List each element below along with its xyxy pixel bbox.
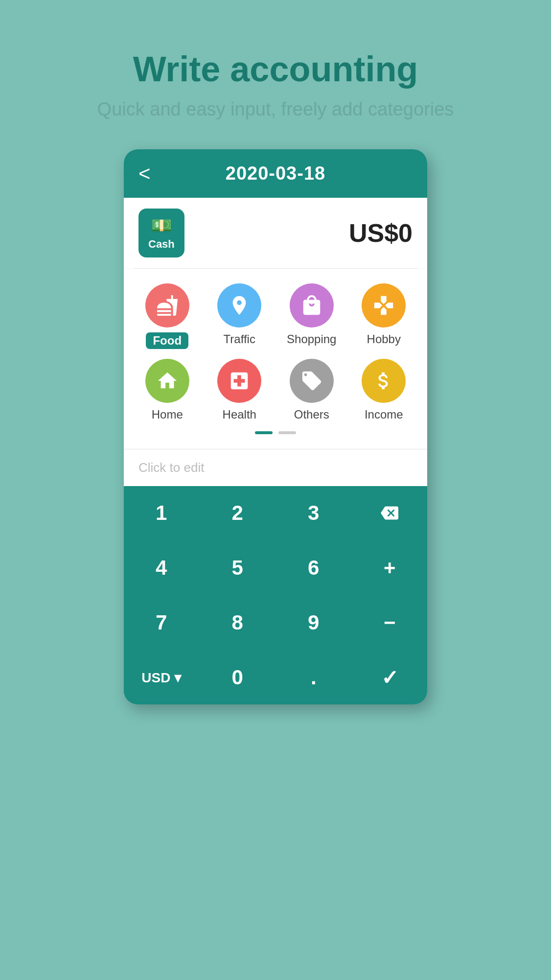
income-label: Income <box>365 408 403 421</box>
category-home[interactable]: Home <box>134 359 201 421</box>
key-7[interactable]: 7 <box>124 596 199 650</box>
shopping-label: Shopping <box>287 332 336 346</box>
page-subtitle: Quick and easy input, freely add categor… <box>97 99 454 120</box>
note-placeholder: Click to edit <box>138 460 204 475</box>
key-minus[interactable]: − <box>352 596 428 650</box>
pagination <box>134 431 417 434</box>
back-button[interactable]: < <box>138 162 151 186</box>
category-food[interactable]: Food <box>134 283 201 349</box>
key-2[interactable]: 2 <box>200 486 276 540</box>
key-3[interactable]: 3 <box>276 486 351 540</box>
header-date: 2020-03-18 <box>226 163 325 184</box>
key-confirm[interactable]: ✓ <box>352 651 428 704</box>
home-icon-circle <box>145 359 189 403</box>
category-income[interactable]: Income <box>350 359 418 421</box>
key-backspace[interactable] <box>352 486 428 540</box>
category-hobby[interactable]: Hobby <box>350 283 418 349</box>
key-usd[interactable]: USD ▾ <box>124 651 199 704</box>
key-8[interactable]: 8 <box>200 596 276 650</box>
category-traffic[interactable]: Traffic <box>206 283 274 349</box>
dot-1 <box>255 431 273 434</box>
hobby-label: Hobby <box>367 332 401 346</box>
categories-grid: Food Traffic Shopping H <box>134 283 417 421</box>
category-others[interactable]: Others <box>278 359 345 421</box>
key-plus[interactable]: + <box>352 541 428 595</box>
amount-display: US$0 <box>349 218 413 248</box>
key-9[interactable]: 9 <box>276 596 351 650</box>
key-dot[interactable]: . <box>276 651 351 704</box>
others-label: Others <box>294 408 329 421</box>
categories-section: Food Traffic Shopping H <box>124 269 427 449</box>
food-label: Food <box>146 332 188 349</box>
others-icon-circle <box>290 359 334 403</box>
shopping-icon-circle <box>290 283 334 327</box>
income-icon-circle <box>362 359 406 403</box>
key-5[interactable]: 5 <box>200 541 276 595</box>
page-title: Write accounting <box>97 49 454 89</box>
food-icon-circle <box>145 283 189 327</box>
numpad: 1 2 3 4 5 6 + 7 8 9 − USD ▾ 0 . ✓ <box>124 486 427 704</box>
cash-label: Cash <box>148 238 175 251</box>
traffic-icon-circle <box>217 283 261 327</box>
health-label: Health <box>223 408 256 421</box>
cash-button[interactable]: 💵 Cash <box>138 209 184 257</box>
cash-icon: 💵 <box>151 215 172 235</box>
key-1[interactable]: 1 <box>124 486 199 540</box>
note-section[interactable]: Click to edit <box>124 449 427 486</box>
account-section: 💵 Cash US$0 <box>124 198 427 268</box>
traffic-label: Traffic <box>224 332 255 346</box>
key-4[interactable]: 4 <box>124 541 199 595</box>
key-0[interactable]: 0 <box>200 651 276 704</box>
page-header: Write accounting Quick and easy input, f… <box>97 0 454 120</box>
home-label: Home <box>152 408 183 421</box>
category-shopping[interactable]: Shopping <box>278 283 345 349</box>
app-card: < 2020-03-18 💵 Cash US$0 Food <box>124 149 427 704</box>
dot-2 <box>278 431 296 434</box>
hobby-icon-circle <box>362 283 406 327</box>
key-6[interactable]: 6 <box>276 541 351 595</box>
category-health[interactable]: Health <box>206 359 274 421</box>
card-header: < 2020-03-18 <box>124 149 427 198</box>
health-icon-circle <box>217 359 261 403</box>
